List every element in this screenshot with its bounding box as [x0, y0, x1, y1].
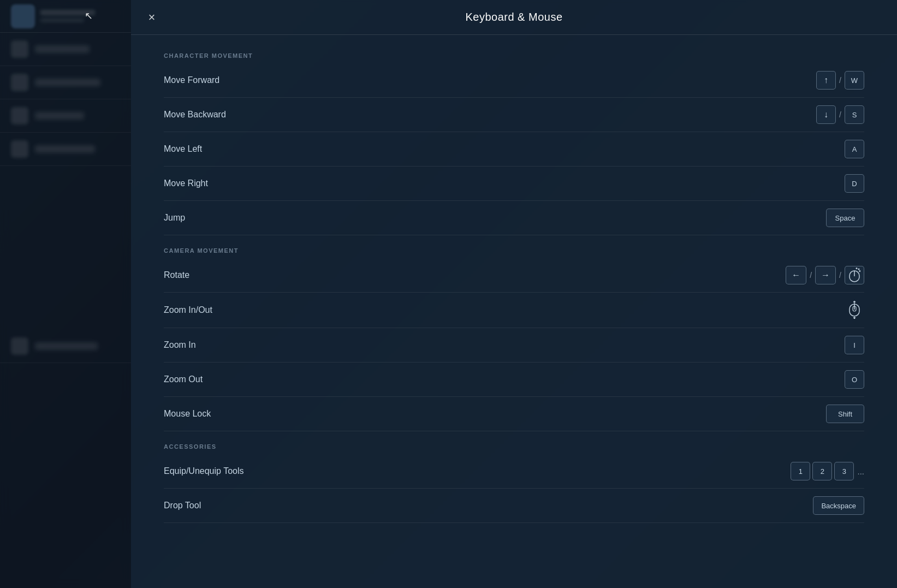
- binding-move-left: Move Left A: [164, 132, 864, 167]
- more-keys-ellipsis: ...: [857, 467, 864, 476]
- svg-point-4: [859, 270, 861, 272]
- key-separator: /: [839, 110, 841, 119]
- key-3[interactable]: 3: [834, 462, 854, 480]
- binding-label: Zoom Out: [164, 375, 203, 384]
- svg-point-3: [858, 269, 860, 270]
- binding-label: Rotate: [164, 270, 189, 280]
- key-s[interactable]: S: [845, 105, 864, 124]
- binding-zoom-in-out: Zoom In/Out: [164, 293, 864, 328]
- sidebar-item-5: [0, 330, 131, 363]
- key-2[interactable]: 2: [812, 462, 832, 480]
- binding-move-forward: Move Forward ↑ / W: [164, 63, 864, 98]
- dialog-content[interactable]: CHARACTER MOVEMENT Move Forward ↑ / W Mo…: [131, 35, 897, 585]
- key-up-arrow[interactable]: ↑: [816, 71, 836, 90]
- key-down-arrow[interactable]: ↓: [816, 105, 836, 124]
- binding-move-right: Move Right D: [164, 167, 864, 201]
- mouse-scroll-icon[interactable]: [845, 300, 864, 320]
- sidebar-panel: [0, 0, 131, 588]
- key-1[interactable]: 1: [791, 462, 810, 480]
- binding-zoom-out: Zoom Out O: [164, 363, 864, 397]
- binding-label: Equip/Unequip Tools: [164, 466, 243, 476]
- key-o[interactable]: O: [845, 370, 864, 389]
- section-accessories: ACCESSORIES: [164, 431, 864, 454]
- binding-label: Zoom In: [164, 340, 196, 350]
- key-backspace[interactable]: Backspace: [813, 496, 864, 515]
- key-separator: /: [839, 76, 841, 85]
- svg-point-2: [856, 268, 858, 269]
- binding-jump: Jump Space: [164, 201, 864, 235]
- binding-keys: ↑ / W: [816, 71, 864, 90]
- binding-keys: Space: [826, 209, 864, 227]
- binding-keys: O: [845, 370, 864, 389]
- key-i[interactable]: I: [845, 336, 864, 354]
- binding-label: Mouse Lock: [164, 409, 211, 419]
- binding-label: Zoom In/Out: [164, 305, 212, 315]
- binding-drop-tool: Drop Tool Backspace: [164, 489, 864, 523]
- binding-zoom-in: Zoom In I: [164, 328, 864, 363]
- binding-keys: I: [845, 336, 864, 354]
- sidebar-item-4: [0, 133, 131, 166]
- sidebar-item-3: [0, 99, 131, 133]
- sidebar-item-2: [0, 66, 131, 99]
- key-d[interactable]: D: [845, 174, 864, 193]
- key-separator: /: [810, 271, 812, 280]
- key-left-arrow[interactable]: ←: [786, 266, 806, 284]
- binding-keys: Backspace: [813, 496, 864, 515]
- key-a[interactable]: A: [845, 140, 864, 158]
- binding-label: Move Right: [164, 179, 208, 188]
- sidebar-item-1: [0, 33, 131, 66]
- binding-keys: ← / → /: [786, 266, 864, 284]
- section-character-movement: CHARACTER MOVEMENT: [164, 40, 864, 63]
- binding-keys: D: [845, 174, 864, 193]
- binding-label: Move Forward: [164, 75, 219, 85]
- key-shift[interactable]: Shift: [826, 405, 864, 423]
- mouse-drag-icon[interactable]: [845, 266, 864, 284]
- binding-mouse-lock: Mouse Lock Shift: [164, 397, 864, 431]
- section-camera-movement: CAMERA MOVEMENT: [164, 235, 864, 258]
- dialog-title: Keyboard & Mouse: [465, 11, 562, 23]
- binding-equip-tools: Equip/Unequip Tools 1 2 3 ...: [164, 454, 864, 489]
- key-right-arrow[interactable]: →: [815, 266, 836, 284]
- binding-label: Jump: [164, 213, 185, 223]
- binding-label: Drop Tool: [164, 501, 201, 510]
- binding-keys: ↓ / S: [816, 105, 864, 124]
- binding-keys: Shift: [826, 405, 864, 423]
- binding-rotate: Rotate ← / → /: [164, 258, 864, 293]
- key-space[interactable]: Space: [826, 209, 864, 227]
- binding-label: Move Backward: [164, 110, 226, 120]
- close-button[interactable]: ×: [142, 8, 162, 27]
- keyboard-mouse-dialog: × Keyboard & Mouse CHARACTER MOVEMENT Mo…: [131, 0, 897, 588]
- dialog-header: × Keyboard & Mouse: [131, 0, 897, 35]
- binding-keys: [845, 300, 864, 320]
- key-w[interactable]: W: [845, 71, 864, 90]
- key-separator: /: [839, 271, 841, 280]
- binding-keys: 1 2 3 ...: [791, 462, 864, 480]
- binding-keys: A: [845, 140, 864, 158]
- binding-label: Move Left: [164, 144, 202, 154]
- binding-move-backward: Move Backward ↓ / S: [164, 98, 864, 132]
